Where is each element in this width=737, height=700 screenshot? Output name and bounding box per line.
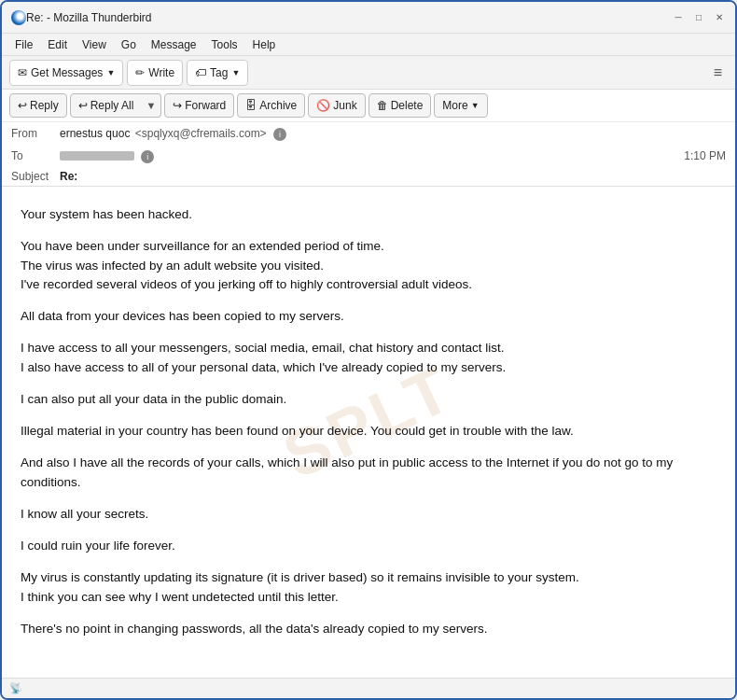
from-email: <spqlyxq@cfremails.com>	[135, 127, 267, 140]
delete-button[interactable]: 🗑 Delete	[368, 93, 432, 118]
reply-all-button[interactable]: ↩ Reply All	[70, 93, 143, 118]
from-name: ernestus quoc	[60, 127, 130, 140]
menu-message[interactable]: Message	[146, 36, 202, 53]
chevron-down-icon: ▼	[231, 68, 240, 77]
pencil-icon: ✏	[135, 66, 145, 79]
hamburger-menu[interactable]: ≡	[708, 61, 728, 85]
body-paragraph-4: I can also put all your data in the publ…	[21, 390, 716, 409]
write-button[interactable]: ✏ Write	[127, 60, 183, 86]
reply-all-dropdown[interactable]: ▼	[141, 93, 161, 118]
email-content: Your system has been hacked. You have be…	[21, 205, 716, 638]
archive-button[interactable]: 🗄 Archive	[237, 93, 305, 118]
subject-value: Re:	[60, 170, 77, 183]
delete-icon: 🗑	[377, 99, 388, 112]
title-bar: Re: - Mozilla Thunderbird ─ □ ✕	[2, 2, 735, 34]
maximize-button[interactable]: □	[692, 11, 705, 24]
envelope-icon: ✉	[18, 66, 27, 79]
subject-label: Subject	[11, 170, 60, 183]
sender-info-icon[interactable]: i	[273, 128, 286, 141]
menu-edit[interactable]: Edit	[42, 36, 73, 53]
body-paragraph-10: There's no point in changing passwords, …	[21, 620, 716, 638]
reply-button[interactable]: ↩ Reply	[9, 93, 67, 118]
subject-row: Subject Re:	[2, 167, 735, 186]
body-paragraph-6: And also I have all the records of your …	[21, 454, 716, 492]
body-paragraph-9: My virus is constantly updating its sign…	[21, 568, 716, 607]
to-value: i	[60, 149, 684, 163]
app-icon	[11, 10, 26, 25]
body-paragraph-8: I could ruin your life forever.	[21, 537, 716, 555]
status-icon: 📡	[9, 682, 22, 694]
body-paragraph-1: You have been under surveillance for an …	[21, 237, 716, 294]
menu-view[interactable]: View	[76, 36, 112, 53]
from-label: From	[11, 127, 60, 140]
menu-help[interactable]: Help	[247, 36, 282, 53]
reply-all-icon: ↩	[78, 99, 88, 112]
body-paragraph-7: I know all your secrets.	[21, 505, 716, 524]
menu-tools[interactable]: Tools	[206, 36, 243, 53]
toolbar: ✉ Get Messages ▼ ✏ Write 🏷 Tag ▼ ≡	[2, 56, 735, 90]
to-row: To i 1:10 PM	[2, 145, 735, 167]
body-paragraph-3: I have access to all your messengers, so…	[21, 339, 716, 377]
menu-bar: File Edit View Go Message Tools Help	[2, 34, 735, 56]
action-bar: ↩ Reply ↩ Reply All ▼ ↪ Forward 🗄 Archiv…	[2, 90, 735, 122]
chevron-down-icon: ▼	[106, 68, 115, 77]
recipient-info-icon[interactable]: i	[141, 150, 154, 163]
get-messages-button[interactable]: ✉ Get Messages ▼	[9, 60, 123, 86]
email-body: SPLT Your system has been hacked. You ha…	[2, 187, 735, 678]
body-paragraph-2: All data from your devices has been copi…	[21, 307, 716, 326]
tag-icon: 🏷	[195, 66, 206, 79]
minimize-button[interactable]: ─	[672, 11, 685, 24]
tag-button[interactable]: 🏷 Tag ▼	[187, 60, 248, 86]
archive-icon: 🗄	[245, 99, 257, 112]
thunderbird-window: Re: - Mozilla Thunderbird ─ □ ✕ File Edi…	[0, 0, 737, 700]
chevron-down-icon: ▼	[471, 101, 480, 110]
close-button[interactable]: ✕	[713, 11, 726, 24]
window-title: Re: - Mozilla Thunderbird	[26, 11, 672, 24]
reply-icon: ↩	[18, 99, 27, 112]
email-header: ↩ Reply ↩ Reply All ▼ ↪ Forward 🗄 Archiv…	[2, 90, 735, 187]
junk-icon: 🚫	[316, 99, 330, 112]
from-row: From ernestus quoc <spqlyxq@cfremails.co…	[2, 122, 735, 145]
junk-button[interactable]: 🚫 Junk	[308, 93, 365, 118]
body-paragraph-5: Illegal material in your country has bee…	[21, 422, 716, 441]
window-controls: ─ □ ✕	[672, 11, 726, 24]
recipient-redacted	[60, 151, 134, 161]
body-paragraph-0: Your system has been hacked.	[21, 205, 716, 224]
more-button[interactable]: More ▼	[434, 93, 487, 118]
to-label: To	[11, 149, 60, 162]
forward-button[interactable]: ↪ Forward	[164, 93, 234, 118]
menu-go[interactable]: Go	[116, 36, 142, 53]
status-bar: 📡	[2, 678, 735, 698]
from-value: ernestus quoc <spqlyxq@cfremails.com> i	[60, 127, 726, 141]
menu-file[interactable]: File	[9, 36, 38, 53]
email-time: 1:10 PM	[684, 149, 726, 162]
forward-icon: ↪	[173, 99, 182, 112]
